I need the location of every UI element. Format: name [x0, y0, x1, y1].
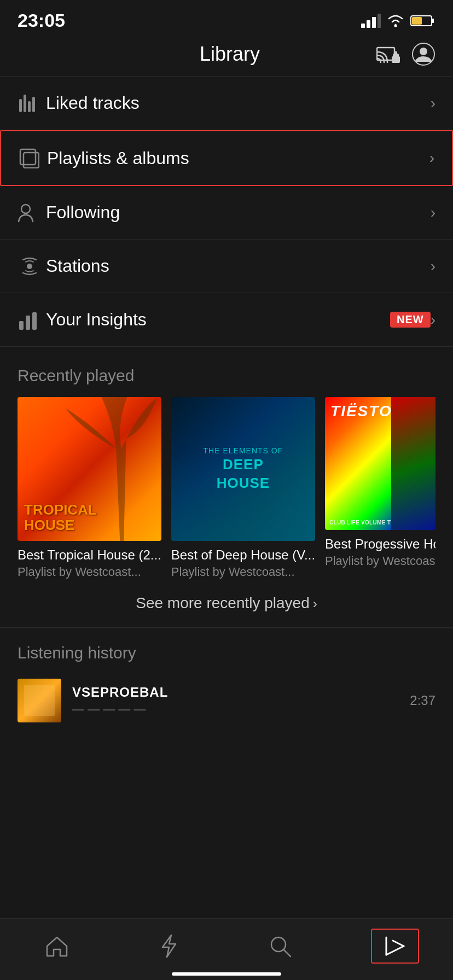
svg-rect-24: [32, 312, 37, 330]
svg-rect-3: [378, 14, 381, 28]
history-track: — — — — —: [72, 702, 399, 716]
svg-rect-2: [372, 17, 376, 28]
profile-button[interactable]: [411, 42, 435, 66]
page-title: Library: [83, 43, 376, 66]
album-card-deep-house[interactable]: THE ELEMENTS OF DEEP HOUSE Best of Deep …: [171, 397, 315, 579]
history-duration: 2:37: [410, 693, 435, 708]
equalizer-icon: [18, 95, 46, 112]
svg-point-4: [394, 24, 397, 27]
history-artist: VSEPROEBAL: [72, 685, 399, 700]
tiesto-sub: Playlist by Westcoast...: [325, 554, 435, 568]
history-thumb: [18, 679, 61, 722]
tropical-house-sub: Playlist by Westcoast...: [18, 565, 161, 579]
insights-label: Your Insights: [46, 310, 381, 330]
insights-chevron: ›: [431, 311, 435, 329]
status-time: 23:05: [18, 10, 65, 31]
recently-played-title: Recently played: [18, 366, 435, 385]
listening-history-section: Listening history VSEPROEBAL — — — — — 2…: [0, 628, 453, 737]
bottom-nav: [0, 918, 453, 980]
tropical-house-name: Best Tropical House (2...: [18, 547, 161, 563]
deep-house-text: THE ELEMENTS OF DEEP HOUSE: [204, 446, 283, 493]
signal-icon: [361, 14, 381, 28]
cast-button[interactable]: [376, 44, 400, 64]
playlists-albums-label: Playlists & albums: [47, 148, 429, 168]
svg-rect-22: [19, 321, 24, 330]
header-icons: [376, 42, 435, 66]
liked-tracks-label: Liked tracks: [46, 93, 431, 113]
deep-house-sub: Playlist by Westcoast...: [171, 565, 315, 579]
following-icon: [18, 203, 46, 223]
see-more-label: See more recently played: [136, 594, 310, 611]
library-icon: [383, 934, 407, 958]
nav-home[interactable]: [34, 931, 80, 961]
history-item[interactable]: VSEPROEBAL — — — — — 2:37: [18, 673, 435, 728]
search-icon: [269, 935, 292, 958]
svg-rect-7: [412, 17, 422, 25]
stations-label: Stations: [46, 256, 431, 276]
svg-line-26: [284, 950, 291, 956]
following-chevron: ›: [431, 204, 435, 221]
liked-tracks-chevron: ›: [431, 95, 435, 112]
stations-icon: [18, 256, 46, 276]
album-art-tiesto: TIëSTO CLUB LIFE VOLUME TWO MIAM...: [325, 397, 435, 530]
svg-rect-17: [32, 97, 35, 112]
playlist-icon: [19, 148, 47, 168]
status-bar: 23:05: [0, 0, 453, 37]
album-card-tiesto[interactable]: TIëSTO CLUB LIFE VOLUME TWO MIAM... Best…: [325, 397, 435, 579]
menu-item-playlists-albums[interactable]: Playlists & albums ›: [0, 130, 453, 186]
svg-rect-6: [432, 19, 434, 23]
svg-rect-18: [20, 149, 36, 165]
recently-played-grid: TROPICALHOUSE Best Tropical House (2... …: [18, 397, 435, 579]
listening-history-title: Listening history: [18, 644, 435, 662]
new-badge: NEW: [390, 312, 431, 328]
insights-icon: [18, 310, 46, 330]
status-icons: [361, 14, 435, 28]
svg-rect-0: [361, 24, 365, 28]
menu-item-liked-tracks[interactable]: Liked tracks ›: [0, 77, 453, 130]
tiesto-name: Best Progessive Hous...: [325, 536, 435, 552]
following-label: Following: [46, 202, 431, 223]
album-card-tropical[interactable]: TROPICALHOUSE Best Tropical House (2... …: [18, 397, 161, 579]
deep-house-name: Best of Deep House (V...: [171, 547, 315, 563]
menu-list: Liked tracks › Playlists & albums › Foll…: [0, 77, 453, 347]
svg-rect-11: [394, 51, 397, 55]
home-indicator: [172, 972, 281, 976]
history-info: VSEPROEBAL — — — — —: [72, 685, 399, 716]
svg-line-29: [393, 941, 404, 946]
recently-played-section: Recently played TROPICALHOUSE Best Tropi…: [0, 351, 453, 579]
stations-chevron: ›: [431, 258, 435, 275]
header: Library: [0, 37, 453, 76]
menu-item-insights[interactable]: Your Insights NEW ›: [0, 293, 453, 347]
nav-flash[interactable]: [148, 930, 190, 962]
svg-rect-19: [24, 153, 39, 168]
album-art-deep-house: THE ELEMENTS OF DEEP HOUSE: [171, 397, 315, 541]
album-art-tropical: TROPICALHOUSE: [18, 397, 161, 541]
flash-icon: [159, 934, 179, 958]
svg-line-28: [386, 946, 404, 955]
svg-rect-1: [367, 20, 370, 28]
nav-search[interactable]: [258, 930, 303, 962]
wifi-icon: [386, 14, 405, 28]
playlists-albums-chevron: ›: [429, 149, 434, 167]
svg-rect-15: [24, 95, 26, 112]
see-more-recently-played[interactable]: See more recently played›: [0, 579, 453, 627]
svg-point-21: [27, 264, 32, 269]
svg-rect-23: [26, 316, 30, 330]
home-icon: [45, 935, 69, 957]
menu-item-following[interactable]: Following ›: [0, 186, 453, 240]
see-more-arrow: ›: [313, 596, 317, 611]
battery-icon: [410, 14, 435, 28]
svg-point-13: [420, 48, 427, 55]
svg-point-25: [271, 937, 286, 952]
svg-point-20: [21, 205, 30, 213]
svg-rect-14: [19, 99, 22, 112]
svg-rect-16: [28, 101, 31, 112]
menu-item-stations[interactable]: Stations ›: [0, 240, 453, 293]
nav-library[interactable]: [371, 929, 419, 964]
